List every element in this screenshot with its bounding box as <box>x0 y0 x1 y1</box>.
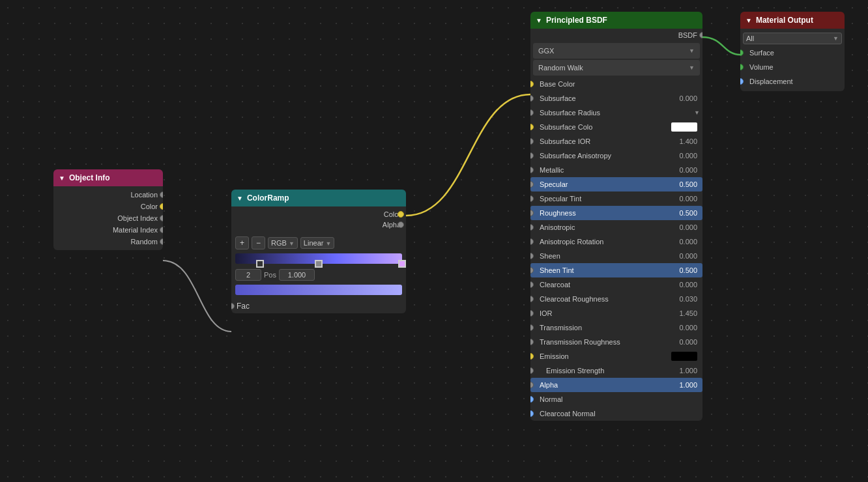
socket-subsurface-color[interactable] <box>530 124 534 130</box>
cr-remove-stop-button[interactable]: − <box>252 236 265 249</box>
socket-anisotropic[interactable] <box>530 224 534 231</box>
output-bsdf: BSDF <box>530 29 702 42</box>
cr-stop-right[interactable] <box>398 260 406 268</box>
socket-anisotropic-rotation[interactable] <box>530 238 534 245</box>
socket-specular-tint[interactable] <box>530 195 534 202</box>
socket-sheen[interactable] <box>530 253 534 259</box>
socket-material-index[interactable] <box>160 227 163 233</box>
socket-cr-alpha[interactable] <box>398 221 404 228</box>
base-color-label: Base Color <box>540 80 697 88</box>
row-subsurface-anisotropy[interactable]: Subsurface Anisotropy 0.000 <box>530 149 702 163</box>
socket-transmission-roughness[interactable] <box>530 339 534 345</box>
socket-clearcoat-normal[interactable] <box>530 410 534 417</box>
output-color-ramp-alpha: Alpha <box>237 220 401 230</box>
socket-volume[interactable] <box>740 64 744 70</box>
row-specular[interactable]: Specular 0.500 <box>530 177 702 191</box>
cr-add-stop-button[interactable]: + <box>235 236 249 249</box>
alpha-value: 1.000 <box>679 381 697 389</box>
dropdown-ggx[interactable]: GGX ▼ <box>533 43 700 59</box>
socket-cr-color[interactable] <box>398 211 404 218</box>
row-clearcoat[interactable]: Clearcoat 0.000 <box>530 277 702 292</box>
sheen-tint-value: 0.500 <box>679 266 697 274</box>
subsurface-anisotropy-label: Subsurface Anisotropy <box>540 152 679 160</box>
subsurface-color-swatch[interactable] <box>671 122 697 132</box>
row-subsurface-color: Subsurface Colo <box>530 120 702 134</box>
cr-preview-bar <box>235 285 402 295</box>
socket-base-color[interactable] <box>530 81 534 87</box>
output-random: Random <box>53 236 163 248</box>
socket-random[interactable] <box>160 238 163 245</box>
color-ramp-header[interactable]: ▼ ColorRamp <box>231 190 406 206</box>
socket-color[interactable] <box>160 203 163 210</box>
cr-fac-label: Fac <box>237 302 250 311</box>
cr-stops-count[interactable] <box>235 269 261 281</box>
output-color: Color <box>53 201 163 212</box>
cr-gradient-container[interactable] <box>235 253 402 266</box>
cr-interp-value: Linear <box>304 239 324 247</box>
row-sheen[interactable]: Sheen 0.000 <box>530 249 702 263</box>
principled-header[interactable]: ▼ Principled BSDF <box>530 12 702 29</box>
row-subsurface-ior[interactable]: Subsurface IOR 1.400 <box>530 134 702 149</box>
row-anisotropic[interactable]: Anisotropic 0.000 <box>530 220 702 234</box>
socket-roughness[interactable] <box>530 210 534 216</box>
socket-subsurface-anisotropy[interactable] <box>530 152 534 159</box>
socket-transmission[interactable] <box>530 324 534 331</box>
subsurface-radius-arrow: ▼ <box>694 109 700 116</box>
dropdown-random-walk-value: Random Walk <box>538 64 583 72</box>
socket-ior[interactable] <box>530 310 534 317</box>
ior-value: 1.450 <box>679 309 697 317</box>
row-emission: Emission <box>530 349 702 363</box>
socket-object-index[interactable] <box>160 215 163 221</box>
socket-emission-strength[interactable] <box>530 367 534 374</box>
row-metallic[interactable]: Metallic 0.000 <box>530 163 702 177</box>
socket-clearcoat[interactable] <box>530 281 534 288</box>
socket-subsurface[interactable] <box>530 95 534 102</box>
cr-stop-left[interactable] <box>256 260 264 268</box>
socket-bsdf-output[interactable] <box>699 32 702 38</box>
emission-color-swatch[interactable] <box>671 352 697 361</box>
row-sheen-tint[interactable]: Sheen Tint 0.500 <box>530 263 702 277</box>
mo-dropdown-arrow: ▼ <box>833 35 839 42</box>
row-specular-tint[interactable]: Specular Tint 0.000 <box>530 191 702 206</box>
row-alpha[interactable]: Alpha 1.000 <box>530 378 702 392</box>
row-roughness[interactable]: Roughness 0.500 <box>530 206 702 220</box>
row-ior[interactable]: IOR 1.450 <box>530 306 702 320</box>
socket-clearcoat-roughness[interactable] <box>530 296 534 302</box>
socket-normal[interactable] <box>530 396 534 403</box>
row-subsurface-radius[interactable]: Subsurface Radius ▼ <box>530 106 702 120</box>
socket-location[interactable] <box>160 191 163 198</box>
socket-surface[interactable] <box>740 50 744 56</box>
socket-subsurface-ior[interactable] <box>530 138 534 145</box>
principled-title: Principled BSDF <box>546 16 607 25</box>
clearcoat-normal-label: Clearcoat Normal <box>540 410 697 418</box>
metallic-value: 0.000 <box>679 166 697 174</box>
subsurface-value: 0.000 <box>679 94 697 102</box>
object-info-header[interactable]: ▼ Object Info <box>53 169 163 186</box>
subsurface-ior-label: Subsurface IOR <box>540 137 679 145</box>
socket-displacement[interactable] <box>740 78 744 85</box>
row-emission-strength[interactable]: Emission Strength 1.000 <box>530 363 702 378</box>
row-anisotropic-rotation[interactable]: Anisotropic Rotation 0.000 <box>530 234 702 249</box>
cr-mode-dropdown[interactable]: RGB ▼ <box>268 237 298 249</box>
socket-emission[interactable] <box>530 353 534 360</box>
socket-metallic[interactable] <box>530 167 534 173</box>
dropdown-random-walk[interactable]: Random Walk ▼ <box>533 60 700 76</box>
socket-subsurface-radius[interactable] <box>530 109 534 116</box>
socket-alpha[interactable] <box>530 382 534 388</box>
material-output-header[interactable]: ▼ Material Output <box>740 12 845 29</box>
socket-sheen-tint[interactable] <box>530 267 534 274</box>
subsurface-color-label: Subsurface Colo <box>540 123 669 131</box>
socket-specular[interactable] <box>530 181 534 188</box>
connection-color-to-base <box>406 94 530 216</box>
cr-interpolation-dropdown[interactable]: Linear ▼ <box>300 237 335 249</box>
row-clearcoat-roughness[interactable]: Clearcoat Roughness 0.030 <box>530 292 702 306</box>
specular-label: Specular <box>540 180 679 188</box>
row-transmission[interactable]: Transmission 0.000 <box>530 320 702 335</box>
cr-stop-mid[interactable] <box>315 260 323 268</box>
specular-tint-value: 0.000 <box>679 195 697 203</box>
row-transmission-roughness[interactable]: Transmission Roughness 0.000 <box>530 335 702 349</box>
cr-pos-input[interactable] <box>279 269 315 281</box>
row-subsurface[interactable]: Subsurface 0.000 <box>530 91 702 106</box>
mo-target-dropdown[interactable]: All ▼ <box>743 33 842 44</box>
socket-cr-fac[interactable] <box>231 303 235 309</box>
